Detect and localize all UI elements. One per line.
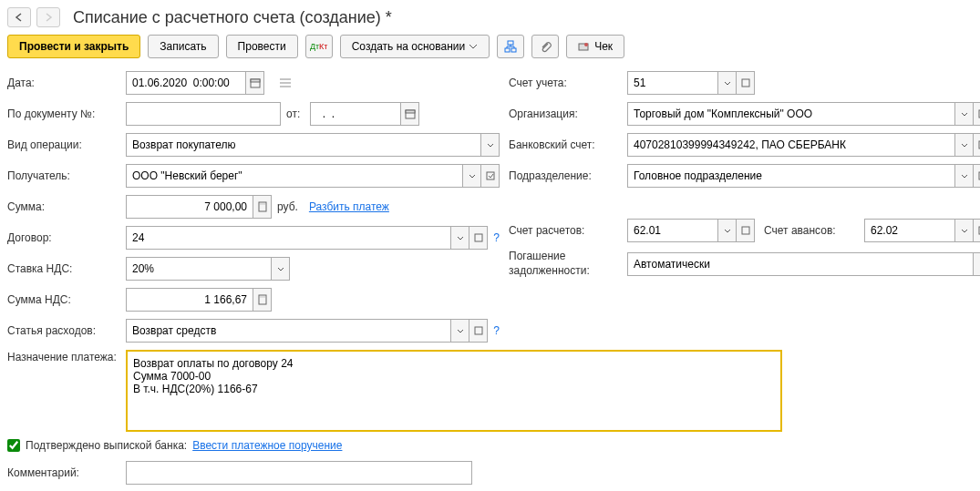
division-label: Подразделение: [509, 169, 627, 182]
svg-rect-11 [260, 203, 265, 205]
dropdown-icon[interactable] [718, 219, 737, 242]
expense-item-input[interactable] [126, 319, 451, 343]
debt-repay-label: Погашение задолженности: [509, 250, 627, 278]
doc-no-label: По документу №: [7, 107, 126, 120]
svg-rect-16 [742, 79, 749, 87]
account-input[interactable] [627, 71, 718, 95]
comment-input[interactable] [126, 461, 472, 485]
split-payment-link[interactable]: Разбить платеж [309, 200, 389, 213]
help-icon[interactable]: ? [493, 324, 500, 337]
open-icon[interactable] [469, 226, 488, 250]
dropdown-icon[interactable] [955, 219, 974, 242]
attach-icon-button[interactable] [531, 35, 559, 58]
create-based-button[interactable]: Создать на основании [340, 35, 490, 58]
purpose-label: Назначение платежа: [7, 350, 126, 365]
open-icon[interactable] [737, 71, 755, 95]
calendar-icon[interactable] [246, 71, 264, 95]
bank-acc-input[interactable] [627, 133, 955, 157]
dropdown-icon[interactable] [718, 71, 737, 95]
open-icon[interactable] [974, 133, 980, 157]
svg-rect-10 [259, 202, 266, 211]
svg-rect-5 [251, 79, 260, 87]
settle-acc-label: Счет расчетов: [509, 224, 627, 237]
org-label: Организация: [509, 107, 627, 120]
open-icon[interactable] [974, 164, 980, 188]
currency-label: руб. [277, 200, 298, 213]
purpose-textarea[interactable] [126, 350, 782, 432]
vat-rate-label: Ставка НДС: [7, 262, 126, 275]
doc-no-input[interactable] [126, 102, 281, 126]
date-input[interactable] [126, 71, 246, 95]
open-icon[interactable] [469, 319, 488, 343]
structure-icon-button[interactable] [497, 35, 524, 58]
svg-rect-3 [579, 44, 588, 50]
debt-repay-input[interactable] [627, 252, 974, 276]
save-button[interactable]: Записать [148, 35, 218, 58]
contract-input[interactable] [126, 226, 451, 250]
svg-rect-1 [505, 48, 510, 52]
dropdown-icon[interactable] [451, 226, 469, 250]
confirmed-checkbox[interactable] [7, 439, 20, 452]
vat-sum-input[interactable] [126, 288, 253, 312]
svg-rect-8 [406, 110, 415, 113]
svg-rect-20 [742, 227, 749, 234]
calculator-icon[interactable] [253, 195, 272, 219]
expense-item-label: Статья расходов: [7, 324, 126, 337]
post-close-button[interactable]: Провести и закрыть [7, 35, 140, 58]
svg-rect-6 [251, 79, 260, 82]
dropdown-icon[interactable] [974, 252, 980, 276]
list-icon[interactable] [272, 71, 299, 95]
op-type-label: Вид операции: [7, 138, 126, 151]
dropdown-icon[interactable] [481, 133, 500, 157]
post-button[interactable]: Провести [226, 35, 298, 58]
dropdown-icon[interactable] [451, 319, 469, 343]
dropdown-icon[interactable] [955, 164, 974, 188]
open-icon[interactable] [481, 164, 500, 188]
doc-date-input[interactable] [310, 102, 401, 126]
vat-rate-input[interactable] [126, 257, 272, 281]
svg-rect-14 [260, 296, 265, 298]
dropdown-icon[interactable] [955, 133, 974, 157]
settle-acc-input[interactable] [627, 219, 718, 242]
division-input[interactable] [627, 164, 955, 188]
dt-kt-icon-button[interactable]: ДтКт [305, 35, 333, 58]
contract-label: Договор: [7, 231, 126, 244]
svg-rect-13 [259, 295, 266, 304]
vat-sum-label: Сумма НДС: [7, 293, 126, 306]
dropdown-icon[interactable] [272, 257, 290, 281]
amount-label: Сумма: [7, 200, 126, 213]
amount-input[interactable] [126, 195, 253, 219]
back-button[interactable] [7, 7, 31, 27]
check-label: Чек [594, 40, 613, 53]
org-input[interactable] [627, 102, 955, 126]
svg-rect-0 [508, 41, 513, 45]
open-icon[interactable] [974, 102, 980, 126]
calendar-icon[interactable] [401, 102, 419, 126]
create-based-label: Создать на основании [352, 40, 466, 53]
advance-acc-input[interactable] [864, 219, 955, 242]
check-button[interactable]: Чек [566, 35, 624, 58]
enter-payment-link[interactable]: Ввести платежное поручение [192, 439, 342, 452]
open-icon[interactable] [974, 219, 980, 242]
bank-acc-label: Банковский счет: [509, 138, 627, 151]
forward-button[interactable] [36, 7, 60, 27]
op-type-input[interactable] [126, 133, 481, 157]
recipient-label: Получатель: [7, 169, 126, 182]
dropdown-icon[interactable] [955, 102, 974, 126]
open-icon[interactable] [737, 219, 755, 242]
comment-label: Комментарий: [7, 466, 126, 479]
svg-rect-12 [475, 234, 482, 241]
page-title: Списание с расчетного счета (создание) * [73, 8, 392, 27]
from-label: от: [286, 107, 304, 120]
date-label: Дата: [7, 77, 126, 89]
recipient-input[interactable] [126, 164, 463, 188]
svg-rect-15 [475, 327, 482, 334]
nav-toolbar: Списание с расчетного счета (создание) * [7, 7, 973, 27]
help-icon[interactable]: ? [493, 231, 500, 244]
svg-rect-2 [511, 48, 516, 52]
svg-point-4 [584, 43, 588, 46]
calculator-icon[interactable] [253, 288, 272, 312]
advance-acc-label: Счет авансов: [764, 224, 864, 237]
dropdown-icon[interactable] [463, 164, 481, 188]
account-label: Счет учета: [509, 77, 627, 89]
